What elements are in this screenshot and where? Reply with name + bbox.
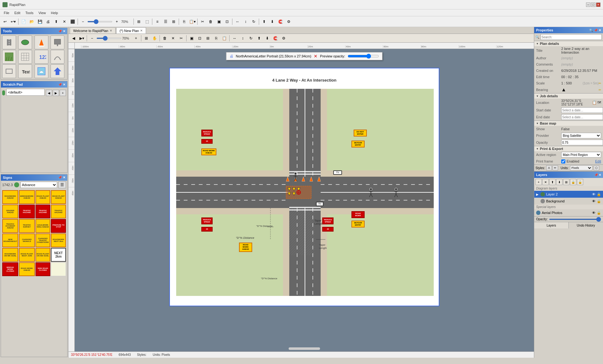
text-tool[interactable]: Text [18,64,32,78]
layer-up-btn[interactable]: ⬆ [549,179,556,185]
sign-canvas-ped-left2[interactable]: 25 [322,227,334,232]
save-button[interactable]: 💾 [36,18,44,25]
delete-button[interactable]: 🗑 [207,18,215,25]
aerial-visibility-icon[interactable]: 👁 [592,211,595,215]
tools-panel-close[interactable]: ✕ [63,29,65,33]
tools-panel-pin[interactable]: 📌 [58,29,62,33]
sign-new-roundabout[interactable]: NEW ROUNDABOUT [2,233,18,247]
sign-canvas-t1[interactable]: T I [316,202,323,206]
prop-provider-select[interactable]: Bing Satellite OpenStreetMap [561,133,601,138]
layer-row-aerial[interactable]: Aerial Photos 👁 🔒 [534,209,603,216]
sign-bridgework-ahead[interactable]: BRIDGEWORK AHEAD [19,190,35,204]
sign-canvas-ped-left[interactable]: REDUCE SPEED [322,217,334,224]
flip-v-button[interactable]: ↕ [242,18,249,25]
flip-h-button[interactable]: ↔ [234,18,241,25]
prop-section-print-header[interactable]: Print & Export [534,146,603,151]
canvas-back-btn2[interactable]: ⬇ [263,35,271,42]
scrollbar-h[interactable] [289,347,320,350]
grid-button[interactable]: ⊞ [170,18,177,25]
prop-active-region-select[interactable]: Main Print Region [561,152,601,158]
scratch-add-btn[interactable]: + [60,90,66,96]
menu-help[interactable]: Help [48,10,61,15]
canvas-paste-btn[interactable]: 📋 [220,35,228,42]
close-button[interactable]: ✕ [596,3,600,7]
minimize-button[interactable]: ─ [586,3,590,7]
scratch-back-btn[interactable]: ◀ [46,90,52,96]
menu-tools[interactable]: Tools [23,10,36,15]
canvas-snap-btn[interactable]: 🧲 [272,35,279,42]
canvas-copy-btn[interactable]: ⎘ [212,35,220,42]
open-button[interactable]: 📂 [28,18,35,25]
layer-merge-btn[interactable]: ⊞ [563,179,569,185]
prop-search-input[interactable] [541,34,602,40]
weather-tool[interactable] [35,64,48,78]
prop-panel-pin[interactable]: 📌 [594,29,598,32]
menu-edit[interactable]: Edit [12,10,23,15]
layer-lock-btn[interactable]: 🔒 [570,179,576,185]
tab-welcome[interactable]: Welcome to RapidPlan ✕ [70,27,116,34]
sign-canvas-roadwork[interactable]: ROAD WORK AHEAD [201,148,216,155]
layers-opacity-slider[interactable] [549,219,601,220]
sign-next-2km[interactable]: NEXT 2km [51,248,66,262]
sign-grader-ahead[interactable]: GRADER AHEAD [2,205,18,218]
sign-prepare-to-stop[interactable]: PREPARE TO STOP [51,219,66,233]
signs-panel-close[interactable]: ✕ [63,176,65,179]
canvas-del2-btn[interactable]: ✕ [169,35,177,42]
sign-roadwork-on-wk[interactable]: ROADWORK ON WK SGNL [2,248,18,262]
scratch-input[interactable]: <default> [6,89,45,96]
scratch-panel-close[interactable]: ✕ [63,83,65,86]
prop-enddate-input[interactable] [561,114,603,120]
sign-road-plant-must-join[interactable]: ROAD PLANT MUST JOIN [19,248,35,262]
preview-opacity-slider[interactable] [348,54,379,59]
prop-panel-close[interactable]: ✕ [599,29,601,32]
road-tool[interactable] [2,35,16,49]
aerial-lock-icon[interactable]: 🔒 [597,211,601,215]
sign-road-work-ahead[interactable]: ROAD WORK AHEAD [19,262,35,276]
rotate-button[interactable]: ↻ [250,18,258,25]
prop-section-job-header[interactable]: Job details [534,94,603,99]
group-button[interactable]: ▣ [215,18,223,25]
menu-file[interactable]: File [1,10,12,15]
scratch-fwd-btn[interactable]: ▶ [53,90,59,96]
location-copy-icon[interactable]: 📋 [592,100,597,105]
print-button[interactable]: 🖨 [44,18,52,25]
layers-panel-pin[interactable]: 📌 [594,173,598,177]
signs-panel-pin[interactable]: 📌 [58,176,62,179]
scale-edit-icon[interactable]: ✏ [599,82,601,85]
sign-road-plant-on-500[interactable]: ROAD PLANT ON 500 SGNL [35,248,51,262]
paste-button[interactable]: 📋▾ [188,18,196,25]
send-back-button[interactable]: ⬇ [269,18,276,25]
ungroup-button[interactable]: ⊡ [223,18,231,25]
fit-button[interactable]: ⊞ [135,18,143,25]
sign-changed-traffic-cond[interactable]: CHANGED TRAFFIC CONDITIONS [35,233,51,247]
prop-startdate-input[interactable] [561,107,603,113]
sign-changed-signals[interactable]: CHANGED SIGNALS [19,233,35,247]
new-button[interactable]: 📄 [20,18,27,25]
panel-board-tool[interactable] [51,35,64,49]
layers-panel-close[interactable]: ✕ [599,173,601,177]
tab-new-plan-close[interactable]: ✕ [140,29,143,32]
layer2-lock-icon[interactable]: 🔒 [597,192,601,196]
layer-unlock-btn[interactable]: 🔓 [577,179,583,185]
prop-opacity-input[interactable] [561,140,603,145]
layer-row-background[interactable]: Background 👁 🔒 [534,198,603,205]
signs-category-dropdown[interactable]: Advance Warning Regulatory [20,182,57,188]
layer-row-layer2[interactable]: ▶ Layer 2 👁 🔒 [534,191,603,198]
prop-section-basemap-header[interactable]: Base map [534,121,603,126]
style-btn-1[interactable]: A [546,165,552,170]
sign-roadwork-next-2km[interactable]: ROADWORK NEXT 2km [51,233,66,247]
maximize-button[interactable]: □ [591,3,595,7]
align-left-button[interactable]: ≡ [154,18,161,25]
layer-add-btn[interactable]: + [535,179,542,185]
sign-bridge-work-closed[interactable]: BRIDGE WORK CLOSED [2,262,18,276]
sign-canvas-reduce3[interactable]: REDUCE SPEED [201,217,213,224]
sign-traffic-hazard-3[interactable]: TRAFFIC HAZARD [51,205,66,218]
tab-welcome-close[interactable]: ✕ [110,29,112,32]
canvas-zoom-minus[interactable]: − [88,35,96,42]
layers-tab-btn[interactable]: Layers [534,222,569,228]
sign-traffic-survey[interactable]: TRAFFIC SURVEY [19,219,35,233]
canvas-fwd-btn[interactable]: ▶▾ [78,35,85,42]
cone-tool[interactable] [35,35,48,49]
cut-button[interactable]: ✂ [199,18,206,25]
sign-canvas-reduce[interactable]: REDUCE SPEED [201,130,213,136]
